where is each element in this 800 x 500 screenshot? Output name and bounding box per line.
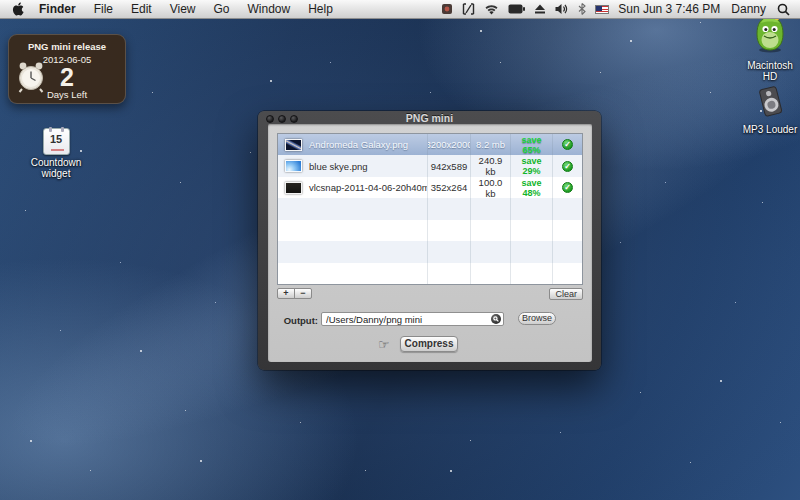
- pointing-hand-icon: ☞: [378, 337, 390, 352]
- file-thumbnail-sky: [285, 160, 302, 172]
- file-thumbnail-snapshot: [285, 182, 302, 194]
- calendar-icon: 15: [43, 128, 70, 155]
- widget-title: PNG mini release: [9, 41, 125, 52]
- size-cell: 100.0 kb: [471, 177, 511, 198]
- menu-bar: Finder File Edit View Go Window Help: [0, 0, 800, 19]
- file-name-cell: Andromeda Galaxy.png: [278, 134, 428, 155]
- window-titlebar[interactable]: PNG mini: [258, 111, 601, 125]
- status-cell: ✓: [553, 177, 582, 198]
- icon-label: MP3 Louder: [732, 124, 800, 135]
- green-monster-hd-icon: [751, 14, 789, 54]
- status-cell: ✓: [553, 134, 582, 155]
- menu-item-go[interactable]: Go: [205, 0, 239, 18]
- desktop-icon-macintosh-hd[interactable]: Macintosh HD: [732, 14, 800, 82]
- desktop-icon-countdown-widget[interactable]: 15 Countdown widget: [18, 128, 94, 179]
- calendar-day: 15: [44, 133, 69, 145]
- icon-label: Macintosh HD: [732, 60, 800, 82]
- input-language-flag-icon[interactable]: [595, 5, 609, 14]
- done-check-icon: ✓: [562, 182, 573, 193]
- status-input-menu-icon[interactable]: [462, 3, 475, 15]
- menu-item-edit[interactable]: Edit: [122, 0, 161, 18]
- size-cell: 8.2 mb: [471, 134, 511, 155]
- close-button[interactable]: [266, 115, 274, 123]
- table-row-empty: [278, 198, 582, 219]
- reveal-path-icon[interactable]: [491, 314, 501, 324]
- file-name-cell: vlcsnap-2011-04-06-20h40m36s165.png: [278, 177, 428, 198]
- countdown-release-widget[interactable]: PNG mini release 2012-06-05 2 Days Left: [8, 34, 126, 104]
- add-file-button[interactable]: +: [277, 288, 295, 299]
- menu-item-finder[interactable]: Finder: [30, 0, 85, 18]
- file-name-cell: blue skye.png: [278, 155, 428, 176]
- battery-icon[interactable]: [508, 4, 525, 14]
- png-mini-window: PNG mini Andromeda Galaxy.png 3200x2000 …: [258, 111, 601, 370]
- output-label: Output:: [276, 315, 318, 326]
- size-cell: 240.9 kb: [471, 155, 511, 176]
- table-row-empty: [278, 263, 582, 284]
- dimensions-cell: 352x264: [428, 177, 471, 198]
- output-path-field[interactable]: [321, 312, 504, 326]
- menu-item-view[interactable]: View: [161, 0, 205, 18]
- done-check-icon: ✓: [562, 139, 573, 150]
- savings-cell: save 29%: [511, 155, 553, 176]
- window-content: Andromeda Galaxy.png 3200x2000 8.2 mb sa…: [268, 124, 592, 362]
- speaker-icon: [753, 84, 787, 118]
- zoom-button[interactable]: [290, 115, 298, 123]
- alarm-clock-icon: [16, 61, 46, 93]
- status-cell: ✓: [553, 155, 582, 176]
- compress-button[interactable]: Compress: [400, 336, 458, 352]
- menu-clock[interactable]: Sun Jun 3 7:46 PM: [618, 2, 720, 16]
- wifi-icon[interactable]: [484, 4, 499, 15]
- bluetooth-icon[interactable]: [578, 3, 586, 15]
- menu-status-area: Sun Jun 3 7:46 PM Danny: [441, 2, 790, 16]
- savings-cell: save 48%: [511, 177, 553, 198]
- table-row[interactable]: Andromeda Galaxy.png 3200x2000 8.2 mb sa…: [278, 134, 582, 155]
- desktop-icon-mp3-louder[interactable]: MP3 Louder: [732, 84, 800, 135]
- menu-item-file[interactable]: File: [85, 0, 122, 18]
- eject-icon[interactable]: [534, 4, 546, 15]
- file-table: Andromeda Galaxy.png 3200x2000 8.2 mb sa…: [277, 133, 583, 285]
- table-row-empty: [278, 220, 582, 241]
- menu-item-help[interactable]: Help: [299, 0, 342, 18]
- file-thumbnail-galaxy: [285, 139, 302, 151]
- status-app-icon[interactable]: [441, 3, 453, 15]
- browse-button[interactable]: Browse: [518, 312, 556, 325]
- table-row-empty: [278, 241, 582, 262]
- table-row[interactable]: blue skye.png 942x589 240.9 kb save 29% …: [278, 155, 582, 176]
- icon-label: Countdown widget: [18, 157, 94, 179]
- spotlight-search-icon[interactable]: [777, 3, 790, 16]
- menu-item-window[interactable]: Window: [239, 0, 300, 18]
- remove-file-button[interactable]: −: [294, 288, 312, 299]
- done-check-icon: ✓: [562, 161, 573, 172]
- volume-icon[interactable]: [555, 3, 569, 15]
- savings-cell: save 65%: [511, 134, 553, 155]
- dimensions-cell: 3200x2000: [428, 134, 471, 155]
- minimize-button[interactable]: [278, 115, 286, 123]
- clear-button[interactable]: Clear: [549, 288, 583, 300]
- table-row[interactable]: vlcsnap-2011-04-06-20h40m36s165.png 352x…: [278, 177, 582, 198]
- dimensions-cell: 942x589: [428, 155, 471, 176]
- user-menu[interactable]: Danny: [729, 2, 768, 16]
- apple-menu-icon[interactable]: [10, 2, 30, 16]
